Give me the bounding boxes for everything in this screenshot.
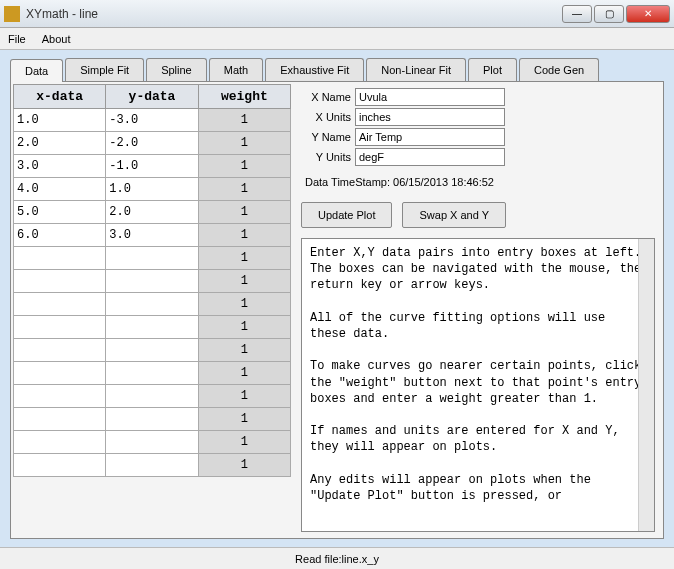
table-row: 1 <box>14 431 291 454</box>
status-text: Read file:line.x_y <box>295 553 379 565</box>
weight-button[interactable]: 1 <box>198 385 290 408</box>
weight-button[interactable]: 1 <box>198 431 290 454</box>
tab-exhaustive-fit[interactable]: Exhaustive Fit <box>265 58 364 81</box>
scrollbar[interactable] <box>638 239 654 531</box>
y-cell[interactable] <box>106 247 198 270</box>
tab-simple-fit[interactable]: Simple Fit <box>65 58 144 81</box>
y-cell[interactable]: -1.0 <box>106 155 198 178</box>
table-row: 1 <box>14 408 291 431</box>
weight-button[interactable]: 1 <box>198 270 290 293</box>
tab-plot[interactable]: Plot <box>468 58 517 81</box>
tab-bar: DataSimple FitSplineMathExhaustive FitNo… <box>10 58 664 82</box>
weight-button[interactable]: 1 <box>198 132 290 155</box>
x-cell[interactable] <box>14 316 106 339</box>
y-cell[interactable] <box>106 362 198 385</box>
x-cell[interactable] <box>14 247 106 270</box>
minimize-button[interactable]: — <box>562 5 592 23</box>
y-cell[interactable]: -2.0 <box>106 132 198 155</box>
y-cell[interactable] <box>106 316 198 339</box>
y-cell[interactable]: 3.0 <box>106 224 198 247</box>
yname-input[interactable] <box>355 128 505 146</box>
weight-button[interactable]: 1 <box>198 454 290 477</box>
weight-button[interactable]: 1 <box>198 362 290 385</box>
yunits-input[interactable] <box>355 148 505 166</box>
weight-button[interactable]: 1 <box>198 247 290 270</box>
titlebar: XYmath - line — ▢ ✕ <box>0 0 674 28</box>
y-cell[interactable] <box>106 385 198 408</box>
y-cell[interactable]: -3.0 <box>106 109 198 132</box>
x-cell[interactable]: 4.0 <box>14 178 106 201</box>
help-text: Enter X,Y data pairs into entry boxes at… <box>301 238 655 532</box>
y-cell[interactable] <box>106 454 198 477</box>
table-row: 1 <box>14 270 291 293</box>
status-bar: Read file:line.x_y <box>0 547 674 569</box>
table-row: 1 <box>14 247 291 270</box>
tab-code-gen[interactable]: Code Gen <box>519 58 599 81</box>
tab-non-linear-fit[interactable]: Non-Linear Fit <box>366 58 466 81</box>
table-row: 1.0-3.01 <box>14 109 291 132</box>
app-icon <box>4 6 20 22</box>
table-row: 1 <box>14 362 291 385</box>
swap-xy-button[interactable]: Swap X and Y <box>402 202 506 228</box>
x-cell[interactable] <box>14 454 106 477</box>
weight-button[interactable]: 1 <box>198 224 290 247</box>
x-cell[interactable] <box>14 339 106 362</box>
window-title: XYmath - line <box>26 7 562 21</box>
x-cell[interactable]: 6.0 <box>14 224 106 247</box>
x-cell[interactable] <box>14 408 106 431</box>
table-row: 4.01.01 <box>14 178 291 201</box>
x-cell[interactable]: 3.0 <box>14 155 106 178</box>
weight-button[interactable]: 1 <box>198 155 290 178</box>
update-plot-button[interactable]: Update Plot <box>301 202 392 228</box>
y-cell[interactable]: 2.0 <box>106 201 198 224</box>
x-cell[interactable] <box>14 362 106 385</box>
col-header-y: y-data <box>106 85 198 109</box>
x-cell[interactable] <box>14 293 106 316</box>
x-cell[interactable] <box>14 385 106 408</box>
x-cell[interactable] <box>14 431 106 454</box>
weight-button[interactable]: 1 <box>198 109 290 132</box>
table-row: 2.0-2.01 <box>14 132 291 155</box>
weight-button[interactable]: 1 <box>198 178 290 201</box>
weight-button[interactable]: 1 <box>198 201 290 224</box>
data-timestamp: Data TimeStamp: 06/15/2013 18:46:52 <box>305 176 655 188</box>
table-row: 1 <box>14 454 291 477</box>
table-row: 5.02.01 <box>14 201 291 224</box>
tab-math[interactable]: Math <box>209 58 263 81</box>
maximize-button[interactable]: ▢ <box>594 5 624 23</box>
x-cell[interactable]: 5.0 <box>14 201 106 224</box>
table-row: 1 <box>14 316 291 339</box>
col-header-weight: weight <box>198 85 290 109</box>
menu-about[interactable]: About <box>42 33 71 45</box>
x-cell[interactable]: 2.0 <box>14 132 106 155</box>
yname-label: Y Name <box>301 131 355 143</box>
table-row: 1 <box>14 339 291 362</box>
y-cell[interactable] <box>106 293 198 316</box>
table-row: 1 <box>14 385 291 408</box>
xunits-label: X Units <box>301 111 355 123</box>
weight-button[interactable]: 1 <box>198 408 290 431</box>
table-row: 6.03.01 <box>14 224 291 247</box>
tab-data[interactable]: Data <box>10 59 63 82</box>
xname-label: X Name <box>301 91 355 103</box>
y-cell[interactable] <box>106 339 198 362</box>
weight-button[interactable]: 1 <box>198 293 290 316</box>
close-button[interactable]: ✕ <box>626 5 670 23</box>
weight-button[interactable]: 1 <box>198 316 290 339</box>
x-cell[interactable] <box>14 270 106 293</box>
xname-input[interactable] <box>355 88 505 106</box>
menu-file[interactable]: File <box>8 33 26 45</box>
table-row: 1 <box>14 293 291 316</box>
x-cell[interactable]: 1.0 <box>14 109 106 132</box>
col-header-x: x-data <box>14 85 106 109</box>
weight-button[interactable]: 1 <box>198 339 290 362</box>
data-table: x-data y-data weight 1.0-3.012.0-2.013.0… <box>13 84 291 477</box>
tab-spline[interactable]: Spline <box>146 58 207 81</box>
yunits-label: Y Units <box>301 151 355 163</box>
y-cell[interactable] <box>106 431 198 454</box>
y-cell[interactable]: 1.0 <box>106 178 198 201</box>
menubar: File About <box>0 28 674 50</box>
y-cell[interactable] <box>106 270 198 293</box>
y-cell[interactable] <box>106 408 198 431</box>
xunits-input[interactable] <box>355 108 505 126</box>
